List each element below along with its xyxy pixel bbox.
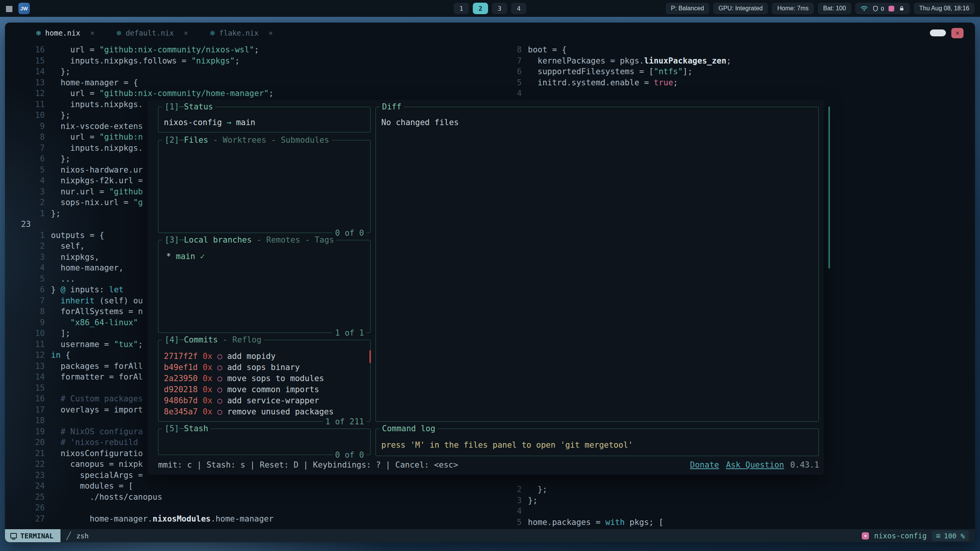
lazygit-branches-panel[interactable]: [3]─Local branches - Remotes - Tags 1 of… [158,240,371,333]
command-log-content: press 'M' in the files panel to open 'gi… [376,429,818,453]
line-number: 13 [16,361,45,372]
clock: Thu Aug 08, 18:16 [914,3,975,14]
line-number: 10 [16,328,45,339]
tab-bar: ❄home.nix×❄default.nix×❄flake.nix× × [5,23,975,43]
terminal-mode-icon [10,533,17,538]
line-number: 10 [16,110,45,121]
commit-row[interactable]: 2717f2f0x○add mopidy [164,351,365,362]
commits-scrollbar[interactable] [369,350,371,363]
topbar-right: P: BalancedGPU: IntegratedHome: 7msBat: … [666,3,975,14]
line-number: 3 [16,186,45,197]
workspaces: 1234 [454,0,526,17]
code-line: 14 }; [16,66,274,77]
line-number: 5 [506,517,522,528]
lazygit-link-donate[interactable]: Donate [690,460,719,469]
line-number: 23 [16,470,45,481]
diff-content: No changed files [376,107,818,130]
editor-right-pane-top[interactable]: 8boot = {7 kernelPackages = pkgs.linuxPa… [506,44,731,99]
code-line: 4 [506,88,731,99]
tab-close-icon[interactable]: × [184,29,188,37]
line-number: 24 [16,481,45,492]
scroll-percent-pill: ≡ 100 % [932,530,969,541]
app-launcher-icon[interactable]: ▦ [5,4,13,13]
line-number: 1 [16,208,45,219]
line-number: 2 [16,197,45,208]
shield-icon [872,5,879,12]
wifi-icon [861,6,868,11]
shell-tab-label[interactable]: zsh [76,532,89,540]
code-line: 3}; [506,495,663,506]
stash-count: 0 of 0 [333,450,366,460]
lazygit-commits-panel[interactable]: [4]─Commits - Reflog 1 of 211 2717f2f0x○… [158,340,371,422]
lazygit-files-panel[interactable]: [2]─Files - Worktrees - Submodules 0 of … [158,140,371,233]
arrow-icon: → [227,118,232,127]
lazygit-command-log-panel[interactable]: Command log press 'M' in the files panel… [376,429,819,456]
line-number: 1 [16,230,45,241]
module-gpu: GPU: Integrated [713,3,768,14]
commits-panel-title: [4]─Commits - Reflog [162,335,264,344]
window-close-button[interactable]: × [951,28,964,38]
code-line: 12 url = "github:nix-community/home-mana… [16,88,274,99]
lazygit-stash-panel[interactable]: [5]─Stash 0 of 0 [158,429,371,455]
line-number: 14 [16,372,45,383]
tab-label: flake.nix [219,29,259,37]
terminal-window: ❄home.nix×❄default.nix×❄flake.nix× × 16 … [5,23,975,542]
code-line: 5 initrd.systemd.enable = true; [506,77,731,88]
nix-snowflake-icon: ❄ [116,29,122,37]
editor-right-pane-bottom[interactable]: 2 };3};45home.packages = with pkgs; [ [506,484,663,528]
commit-row[interactable]: d9202180x○move common imports [164,384,365,395]
separator-slash: ╱ [67,531,71,540]
commit-row[interactable]: b49ef1d0x○add sops binary [164,362,365,373]
line-number: 9 [16,317,45,328]
line-number: 4 [506,88,522,99]
workspace-button-1[interactable]: 1 [454,3,469,14]
line-number: 16 [16,393,45,404]
branch-row[interactable]: * main ✓ [166,251,365,262]
code-line: 6 supportedFilesystems = ["ntfs"]; [506,66,731,77]
tab-close-icon[interactable]: × [269,29,273,37]
workspace-button-2[interactable]: 2 [473,3,488,14]
line-number: 5 [506,77,522,88]
line-number: 22 [16,459,45,470]
line-number: 7 [506,55,522,67]
lazygit-overlay: [1]─Status nixos-config→main [2]─Files -… [147,100,824,475]
toggle-pill[interactable] [930,29,946,36]
lazygit-status-panel[interactable]: [1]─Status nixos-config→main [158,107,371,132]
commit-row[interactable]: 8e345a70x○remove unused packages [164,406,365,417]
workspace-button-4[interactable]: 4 [511,3,526,14]
stash-panel-title: [5]─Stash [162,424,211,433]
lazygit-version: 0.43.1 [790,460,819,469]
line-number: 4 [506,506,522,517]
line-number: 8 [506,44,522,55]
line-number: 17 [16,404,45,416]
editor-scrollbar[interactable] [828,106,830,269]
line-number: 7 [16,295,45,306]
logo-badge[interactable]: JW [18,3,30,14]
line-number: 5 [16,274,45,285]
commit-row[interactable]: 9486b7d0x○add service-wrapper [164,395,365,406]
branches-panel-title: [3]─Local branches - Remotes - Tags [162,235,336,245]
line-number: 18 [16,415,45,426]
tab-flake.nix[interactable]: ❄flake.nix× [209,29,273,37]
topbar-modules: P: BalancedGPU: IntegratedHome: 7msBat: … [666,3,851,14]
top-bar: ▦ JW 1234 P: BalancedGPU: IntegratedHome… [0,0,980,17]
branches-count: 1 of 1 [333,328,366,337]
lazygit-link-ask-question[interactable]: Ask Question [726,460,784,469]
code-line: 27 home-manager.nixosModules.home-manage… [16,514,274,525]
nix-snowflake-icon: ❄ [36,29,41,37]
commit-row[interactable]: 2a239500x○move sops to modules [164,373,365,384]
code-line: 4 [506,506,663,517]
workspace-button-3[interactable]: 3 [492,3,507,14]
line-number: 27 [16,514,45,525]
line-number: 16 [16,44,45,55]
module-p: P: Balanced [666,3,709,14]
code-line: 13 home-manager = { [16,77,274,88]
line-number: 8 [16,132,45,143]
tab-home.nix[interactable]: ❄home.nix× [36,29,95,37]
tab-close-icon[interactable]: × [90,29,95,37]
lazygit-diff-panel[interactable]: Diff No changed files [376,107,819,422]
tab-default.nix[interactable]: ❄default.nix× [116,29,188,37]
line-number: 2 [16,241,45,252]
code-line: 2 }; [506,484,663,495]
files-count: 0 of 0 [333,228,366,238]
